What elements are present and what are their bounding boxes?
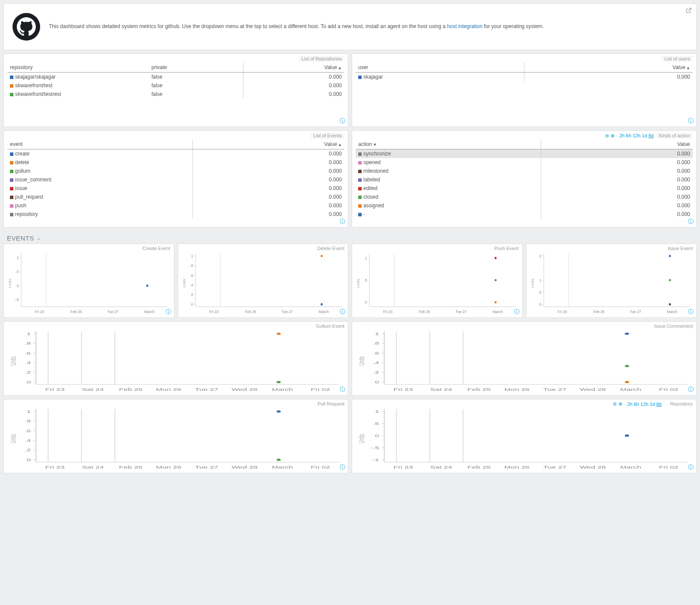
time-range-12h[interactable]: 12h [633, 133, 640, 138]
popout-icon[interactable] [686, 7, 692, 15]
table-row[interactable]: issue0.000 [7, 184, 344, 193]
panel-title: List of Events [311, 133, 344, 139]
table-row[interactable]: edited0.000 [356, 184, 693, 193]
table-row[interactable]: create0.000 [7, 149, 344, 158]
info-icon[interactable]: ⓘ [340, 308, 345, 316]
time-range-2h[interactable]: 2h [619, 133, 624, 138]
svg-text:Tue 27: Tue 27 [107, 309, 118, 314]
col-event[interactable]: event [7, 139, 193, 149]
table-row[interactable]: closed0.000 [356, 193, 693, 201]
svg-text:Fri 23: Fri 23 [45, 387, 65, 392]
svg-text:.4: .4 [25, 360, 31, 365]
svg-text:March: March [620, 387, 641, 392]
info-icon[interactable]: ⓘ [340, 463, 345, 471]
time-range-8d[interactable]: 8d [649, 133, 654, 138]
zoom-out-icon[interactable]: ⊖ [613, 401, 617, 407]
table-row[interactable]: gollum0.000 [7, 167, 344, 175]
table-row[interactable]: -0.000 [356, 210, 693, 219]
table-row[interactable]: issue_comment0.000 [7, 175, 344, 184]
table-row[interactable]: assigned0.000 [356, 201, 693, 210]
svg-point-74 [668, 279, 671, 281]
svg-text:1: 1 [375, 409, 379, 414]
svg-text:Units: Units [9, 434, 17, 443]
time-range-2h[interactable]: 2h [627, 402, 632, 407]
chart-pull-request: Pull RequestUnits0.2.4.6.81Fri 23Sat 24F… [3, 399, 348, 473]
svg-text:Fri 02: Fri 02 [311, 465, 330, 469]
table-row[interactable]: skajagar0.000 [356, 73, 693, 82]
table-row[interactable]: labeled0.000 [356, 175, 693, 184]
info-icon[interactable]: ⓘ [688, 308, 694, 316]
info-icon[interactable]: ⓘ [166, 308, 171, 316]
table-row[interactable]: pull_request0.000 [7, 193, 344, 201]
svg-text:.5: .5 [538, 290, 541, 294]
col-private[interactable]: private [149, 63, 243, 73]
dashboard-header: This dashboard shows detailed system met… [3, 3, 697, 50]
svg-text:.2: .2 [190, 292, 193, 297]
info-icon[interactable]: ⓘ [340, 386, 345, 393]
info-icon[interactable]: ⓘ [688, 117, 694, 125]
svg-text:1: 1 [539, 278, 541, 282]
col-value[interactable]: Value▲ [193, 139, 344, 149]
svg-text:.4: .4 [190, 283, 193, 287]
panel-title: List of users [662, 56, 693, 62]
svg-point-159 [277, 459, 281, 461]
info-icon[interactable]: ⓘ [688, 218, 694, 225]
col-value[interactable]: Value [541, 139, 693, 149]
col-repository[interactable]: repository [7, 63, 149, 73]
panel-title: Kinds of action [656, 133, 693, 139]
svg-text:Units: Units [182, 279, 186, 288]
svg-text:Feb 25: Feb 25 [245, 309, 256, 314]
table-row[interactable]: skajagar/skajagarfalse0.000 [7, 73, 344, 82]
col-value[interactable]: Value▲ [524, 63, 693, 73]
svg-text:Feb 25: Feb 25 [119, 465, 143, 469]
table-row[interactable]: push0.000 [7, 201, 344, 210]
table-row[interactable]: opened0.000 [356, 158, 693, 167]
table-row[interactable]: milestoned0.000 [356, 167, 693, 175]
github-logo-icon [13, 13, 40, 41]
info-icon[interactable]: ⓘ [340, 218, 345, 225]
col-user[interactable]: user [356, 63, 524, 73]
svg-text:Sat 24: Sat 24 [430, 465, 452, 469]
table-row[interactable]: skwavefront/testrestfalse0.000 [7, 90, 344, 98]
chart-delete-event: Delete EventUnits0.2.4.6.81Fri 23Feb 25T… [178, 244, 349, 318]
svg-text:.6: .6 [373, 351, 379, 355]
table-row[interactable]: synchronize0.000 [356, 149, 693, 158]
col-value[interactable]: Value▲ [243, 63, 344, 73]
svg-text:0: 0 [191, 302, 193, 306]
zoom-in-icon[interactable]: ⊕ [618, 401, 622, 407]
panel-users: List of users user Value▲ skajagar0.000 … [352, 54, 697, 127]
time-range-1d[interactable]: 1d [642, 133, 647, 138]
info-icon[interactable]: ⓘ [340, 117, 345, 125]
table-row[interactable]: repository0.000 [7, 210, 344, 219]
info-icon[interactable]: ⓘ [514, 308, 520, 316]
svg-text:.8: .8 [190, 263, 193, 268]
time-range-6h[interactable]: 6h [626, 133, 631, 138]
zoom-out-icon[interactable]: ⊖ [605, 133, 609, 139]
table-row[interactable]: skwavefront/testfalse0.000 [7, 81, 344, 90]
svg-point-39 [320, 255, 322, 257]
svg-text:.8: .8 [25, 419, 31, 424]
svg-text:Units: Units [8, 279, 12, 288]
svg-text:Fri 02: Fri 02 [659, 465, 678, 469]
info-icon[interactable]: ⓘ [688, 463, 694, 471]
svg-text:Sat 24: Sat 24 [82, 387, 104, 392]
table-row[interactable]: delete0.000 [7, 158, 344, 167]
events-section-header[interactable]: EVENTS ⌄ [0, 231, 700, 244]
svg-text:2: 2 [539, 254, 541, 258]
info-icon[interactable]: ⓘ [688, 386, 694, 393]
svg-text:.6: .6 [25, 351, 31, 355]
time-range-12h[interactable]: 12h [640, 402, 648, 407]
svg-text:1: 1 [191, 254, 193, 258]
time-range-1d[interactable]: 1d [650, 402, 655, 407]
svg-text:Tue 27: Tue 27 [543, 387, 567, 392]
time-range-8d[interactable]: 8d [656, 402, 662, 407]
host-integration-link[interactable]: host integration [447, 23, 482, 29]
svg-text:.2: .2 [25, 448, 31, 453]
svg-text:.2: .2 [373, 370, 379, 375]
chart-title: Delete Event [317, 246, 344, 251]
col-action[interactable]: action▼ [356, 139, 541, 149]
zoom-in-icon[interactable]: ⊕ [611, 133, 615, 139]
svg-text:Feb 25: Feb 25 [419, 309, 430, 314]
panel-events: List of Events event Value▲ create0.000d… [3, 130, 348, 228]
time-range-6h[interactable]: 6h [634, 402, 639, 407]
